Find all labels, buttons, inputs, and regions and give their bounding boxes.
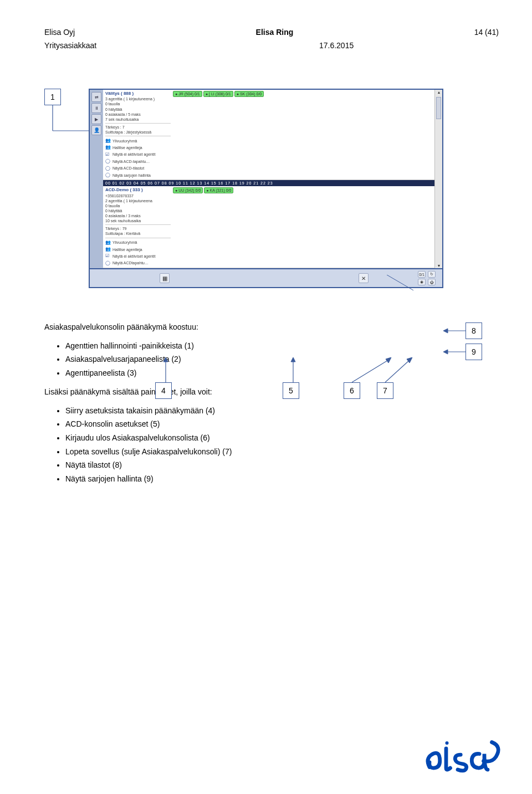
subheader-left: Yritysasiakkaat [44,41,96,50]
menu-item[interactable]: ◯Näytä sarjojen hallinta [105,172,171,178]
logout-button[interactable]: ↻ [428,271,436,278]
menu-item[interactable]: ◯Näytä ACD-tapahtu… [105,158,171,165]
menu-item[interactable]: ◯Näytä ACD-tilastot [105,165,171,172]
menu-item[interactable]: 👥Hallitse agentteja [105,246,171,253]
svg-line-22 [385,360,410,382]
agent-row: ●UU (342) 0/0 ●KA (321) 0/0 [173,187,432,193]
screenshot-figure: 1 2 3 ⇄ ⏸ ▶ [44,89,499,288]
menu-item[interactable]: ◯Näytä ACDtapahtu… [105,260,171,267]
list-item: Lopeta sovellus (sulje Asiakaspalvelukon… [65,446,499,458]
list-item: Agenttien hallinnointi -painikkeista (1) [65,340,499,352]
list-item: ACD-konsolin asetukset (5) [65,418,499,431]
intro-paragraph: Asiakaspalvelukonsolin päänäkymä koostuu… [44,321,499,334]
menu-item[interactable]: ☑Näytä ei aktiiviset agentit [105,253,171,259]
list-item: Agenttipaneelista (3) [65,367,499,380]
components-list: Agenttien hallinnointi -painikkeista (1)… [44,340,499,380]
menu-item[interactable]: 👥Ylivuotoryhmä [105,137,171,144]
bottom-toolbar: ▦ ✕ 0/1 ↻ ◉ ⏻ [90,268,442,287]
agent-control-toolbar: ⇄ ⏸ ▶ 👤 [90,90,103,268]
agent-chip[interactable]: ●JR (504) 0/1 [173,91,202,97]
callout-9: 9 [466,344,482,360]
svg-point-24 [446,741,449,745]
callout-1: 1 [44,89,61,105]
svg-line-11 [387,275,413,290]
header-pageinfo: 14 (41) [474,28,499,37]
buttons-list: Siirry asetuksista takaisin päänäkymään … [44,405,499,485]
header-product: Elisa Ring [75,28,474,37]
list-item: Kirjaudu ulos Asiakaspalvelukonsolista (… [65,432,499,444]
menu-item[interactable]: ☑Näytä ei aktiiviset agentit [105,151,171,158]
bottom-right-controls: 0/1 ↻ ◉ ⏻ [418,271,436,285]
queue-panel: Välitys ( 888 ) 3 agenttia ( 1 kirjautun… [103,90,434,180]
menu-item[interactable]: 👥Hallitse agentteja [105,144,171,151]
svg-marker-13 [443,329,448,333]
callout-4: 4 [155,382,172,399]
agent-chip[interactable]: ●[ LI (308) 0/1 [203,91,233,97]
svg-marker-15 [443,350,448,354]
list-item: Näytä sarjojen hallinta (9) [65,473,499,485]
list-item: Siirry asetuksista takaisin päänäkymään … [65,405,499,417]
agent-chip[interactable]: ●SK (304) 0/0 [234,91,264,97]
menu-item[interactable]: 👥Ylivuotoryhmä [105,239,171,246]
svg-marker-19 [291,357,295,362]
svg-marker-17 [163,357,168,362]
stats-button[interactable]: 0/1 [418,271,426,278]
intro-paragraph-2: Lisäksi päänäkymä sisältää painikkeet, j… [44,386,499,398]
queue-manage-button[interactable]: ◉ [418,279,426,285]
queue-info: Välitys ( 888 ) 3 agenttia ( 1 kirjautun… [105,91,171,178]
toolbar-button[interactable]: ⏸ [91,103,101,113]
toolbar-button[interactable]: 👤 [91,125,101,135]
toolbar-button[interactable]: ⇄ [91,92,101,102]
agent-chip[interactable]: ●UU (342) 0/0 [173,187,203,193]
settings-button[interactable]: ✕ [359,273,369,283]
vertical-scrollbar[interactable]: ▴ ▾ [434,90,442,268]
agent-chip[interactable]: ●KA (321) 0/0 [204,187,233,193]
subheader-date: 17.6.2015 [319,41,354,50]
callout-6: 6 [344,382,360,399]
callout-5: 5 [283,382,299,399]
queue-info: ACD-Demo ( 333 ) +358102878337 2 agentti… [105,187,171,267]
toolbar-button[interactable]: ▶ [91,114,101,124]
back-to-main-button[interactable]: ▦ [160,273,170,283]
callout-7: 7 [377,382,393,399]
queue-title: Välitys ( 888 ) [105,91,171,96]
header-company: Elisa Oyj [44,28,75,37]
list-item: Asiakaspalvelusarjapaneelista (2) [65,354,499,366]
page-header: Elisa Oyj Elisa Ring 14 (41) [44,28,499,37]
close-app-button[interactable]: ⏻ [428,279,436,285]
app-window: ⇄ ⏸ ▶ 👤 Välitys ( 888 ) 3 agenttia ( 1 k… [89,89,443,288]
agent-row: ●JR (504) 0/1 ●[ LI (308) 0/1 ●SK (304) … [173,91,432,97]
main-panel: Välitys ( 888 ) 3 agenttia ( 1 kirjautun… [103,90,434,268]
timeline-ruler: 00 01 02 03 04 05 06 07 08 09 10 11 12 1… [103,180,434,186]
callout-8: 8 [466,322,482,339]
elisa-logo [421,738,504,778]
list-item: Näytä tilastot (8) [65,459,499,472]
queue-panel: ACD-Demo ( 333 ) +358102878337 2 agentti… [103,186,434,268]
body-text: Asiakaspalvelukonsolin päänäkymä koostuu… [44,321,499,485]
page-subheader: Yritysasiakkaat 17.6.2015 [44,41,499,50]
queue-title: ACD-Demo ( 333 ) [105,187,171,193]
